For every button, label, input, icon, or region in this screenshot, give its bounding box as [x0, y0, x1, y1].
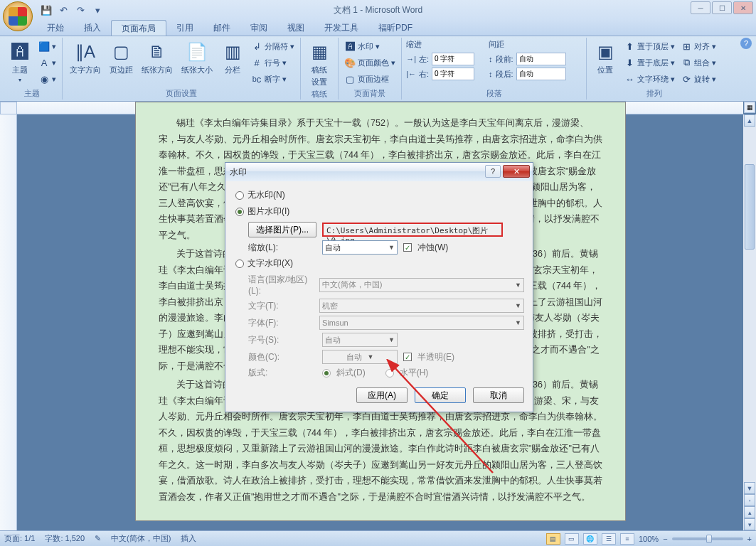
ribbon-help-icon[interactable]: ?	[740, 38, 752, 49]
view-print-layout[interactable]: ▤	[546, 533, 560, 545]
tab-view[interactable]: 视图	[277, 20, 314, 36]
dialog-close-button[interactable]: ✕	[503, 165, 530, 178]
view-draft[interactable]: ≡	[620, 533, 634, 545]
scroll-up-button[interactable]: ▲	[744, 114, 755, 127]
indent-left-input[interactable]	[432, 53, 474, 65]
status-language[interactable]: 中文(简体，中国)	[111, 533, 171, 544]
group-themes-label: 主题	[6, 88, 58, 98]
dialog-titlebar[interactable]: 水印 ? ✕	[225, 163, 533, 181]
status-page[interactable]: 页面: 1/1	[4, 533, 35, 544]
scroll-down-button[interactable]: ▼	[744, 482, 755, 494]
themes-button[interactable]: 🅰 主题 ▾	[6, 39, 34, 85]
text-watermark-label: 文字水印(X)	[247, 257, 293, 269]
scrollbar-vertical[interactable]: ▲ ▼ ◦ ▴ ▾	[743, 114, 756, 530]
line-numbers-button[interactable]: #行号 ▾	[250, 55, 296, 70]
page-color-icon: 🎨	[344, 57, 356, 68]
apply-button[interactable]: 应用(A)	[356, 387, 408, 403]
zoom-slider[interactable]	[672, 537, 743, 540]
send-back-icon: ⬇	[624, 57, 635, 68]
chevron-down-icon: ▼	[515, 302, 521, 309]
select-picture-button[interactable]: 选择图片(P)...	[248, 222, 316, 237]
hyphenation-button[interactable]: bc断字 ▾	[250, 72, 296, 86]
save-icon[interactable]: 💾	[40, 4, 53, 16]
zoom-out-button[interactable]: −	[663, 535, 667, 543]
radio-no-watermark[interactable]	[235, 191, 244, 200]
scale-combo[interactable]: 自动▼	[322, 240, 398, 255]
space-after-input[interactable]	[516, 68, 566, 80]
ruler-vertical[interactable]	[0, 114, 17, 530]
minimize-button[interactable]: ─	[691, 1, 710, 14]
close-button[interactable]: ✕	[733, 1, 753, 14]
view-full-screen[interactable]: ▭	[565, 533, 579, 545]
group-objects-button[interactable]: ⧉组合 ▾	[679, 55, 718, 70]
office-button[interactable]	[3, 1, 33, 31]
rotate-button[interactable]: ⟳旋转 ▾	[679, 72, 718, 86]
fonts-icon: A	[38, 57, 50, 68]
text-wrap-button[interactable]: ↔文字环绕 ▾	[622, 72, 676, 86]
indent-header: 缩进	[406, 39, 474, 50]
zoom-thumb[interactable]	[706, 535, 712, 543]
tab-home[interactable]: 开始	[37, 20, 74, 36]
margins-button[interactable]: ▢页边距	[107, 39, 136, 77]
zoom-percent[interactable]: 100%	[639, 535, 659, 543]
washout-checkbox[interactable]: ✓	[403, 243, 412, 252]
indent-right-input[interactable]	[432, 68, 474, 80]
size-combo: 自动▼	[322, 333, 398, 347]
view-outline[interactable]: ☰	[602, 533, 616, 545]
page-borders-button[interactable]: ▢页面边框	[343, 72, 397, 86]
picture-path-display: C:\Users\Administrator\Desktop\图片\0.jpg	[322, 223, 503, 237]
ruler-toggle[interactable]: ▦	[744, 102, 755, 113]
orientation-button[interactable]: 🗎纸张方向	[139, 39, 176, 77]
theme-effects-button[interactable]: ◉▾	[37, 72, 58, 86]
washout-label: 冲蚀(W)	[417, 242, 448, 254]
redo-icon[interactable]: ↷	[74, 4, 87, 16]
manuscript-button[interactable]: ▦稿纸设置	[305, 39, 334, 89]
prev-page-button[interactable]: ▴	[744, 506, 755, 518]
page-borders-icon: ▢	[344, 73, 356, 85]
tab-review[interactable]: 审阅	[240, 20, 277, 36]
maximize-button[interactable]: ☐	[712, 1, 732, 14]
language-combo: 中文(简体，中国)▼	[319, 278, 524, 292]
breaks-button[interactable]: ↲分隔符 ▾	[250, 39, 296, 53]
next-page-button[interactable]: ▾	[744, 518, 755, 530]
bring-front-button[interactable]: ⬆置于顶层 ▾	[622, 39, 676, 53]
watermark-dialog: 水印 ? ✕ 无水印(N) 图片水印(I) 选择图片(P)... C:\User…	[225, 162, 533, 412]
qat-dropdown-icon[interactable]: ▾	[91, 4, 104, 16]
dialog-help-button[interactable]: ?	[485, 165, 501, 178]
tab-developer[interactable]: 开发工具	[314, 20, 368, 36]
position-button[interactable]: ▣位置	[591, 39, 619, 77]
text-direction-button[interactable]: ∥A文字方向	[67, 39, 104, 77]
radio-picture-watermark[interactable]	[235, 208, 244, 216]
watermark-button[interactable]: 🅰水印 ▾	[343, 39, 397, 53]
radio-text-watermark[interactable]	[235, 259, 244, 268]
status-words[interactable]: 字数: 1,520	[45, 533, 85, 544]
size-button[interactable]: 📄纸张大小	[179, 39, 215, 77]
semitransparent-checkbox: ✓	[403, 353, 412, 361]
rotate-icon: ⟳	[681, 73, 692, 85]
tab-page-layout[interactable]: 页面布局	[111, 20, 166, 36]
ribbon: ? 🅰 主题 ▾ 🟦▾ A▾ ◉▾ 主题 ∥A文字方向 ▢页边距 🗎纸张方向 📄…	[0, 36, 756, 102]
chevron-down-icon: ▼	[515, 282, 521, 289]
columns-button[interactable]: ▥分栏	[218, 39, 247, 77]
tab-mailings[interactable]: 邮件	[203, 20, 240, 36]
space-before-input[interactable]	[516, 53, 566, 65]
margins-icon: ▢	[110, 41, 133, 63]
align-button[interactable]: ⊞对齐 ▾	[679, 39, 718, 53]
tab-insert[interactable]: 插入	[74, 20, 111, 36]
tab-foxit-pdf[interactable]: 福昕PDF	[368, 20, 422, 36]
browse-object-button[interactable]: ◦	[744, 494, 755, 506]
status-proofing-icon[interactable]: ✎	[95, 534, 101, 543]
view-web-layout[interactable]: 🌐	[583, 533, 597, 545]
cancel-button[interactable]: 取消	[473, 387, 524, 403]
ok-button[interactable]: 确定	[415, 387, 466, 403]
status-insert-mode[interactable]: 插入	[181, 533, 196, 544]
scroll-thumb[interactable]	[745, 164, 755, 250]
page-color-button[interactable]: 🎨页面颜色 ▾	[343, 55, 397, 70]
layout-label: 版式:	[248, 367, 316, 379]
zoom-in-button[interactable]: +	[747, 535, 752, 543]
undo-icon[interactable]: ↶	[57, 4, 70, 16]
theme-fonts-button[interactable]: A▾	[37, 55, 58, 70]
theme-colors-button[interactable]: 🟦▾	[37, 39, 58, 53]
send-back-button[interactable]: ⬇置于底层 ▾	[622, 55, 676, 70]
tab-references[interactable]: 引用	[166, 20, 203, 36]
